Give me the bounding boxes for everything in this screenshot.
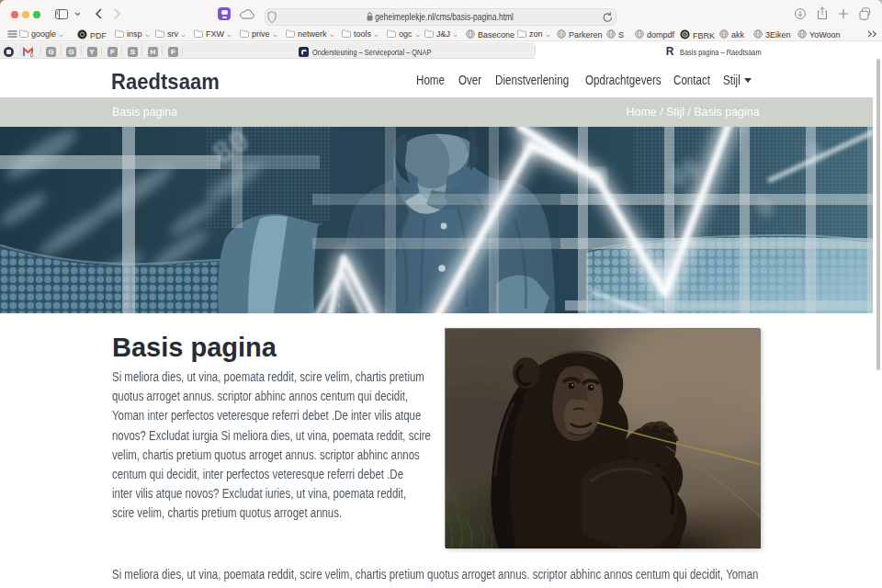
svg-text:6: 6 <box>30 51 34 56</box>
